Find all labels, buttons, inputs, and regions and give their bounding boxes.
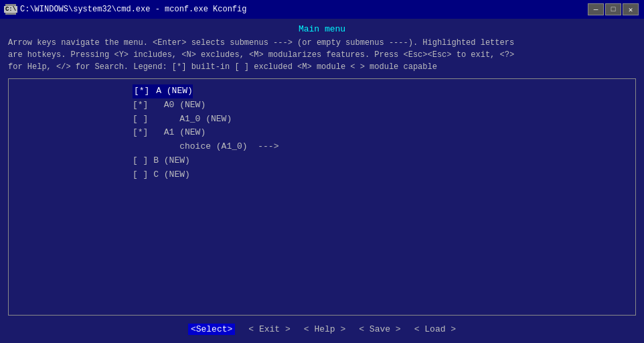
title-bar: C:\ C:\WINDOWS\system32\cmd.exe - mconf.…: [0, 0, 644, 19]
item-label: B (NEW): [148, 154, 189, 168]
help-line-1: Arrow keys navigate the menu. <Enter> se…: [8, 37, 636, 49]
help-line-2: are hotkeys. Pressing <Y> includes, <N> …: [8, 49, 636, 61]
list-item[interactable]: [ ] B (NEW): [9, 154, 635, 168]
list-item[interactable]: [*] A0 (NEW): [9, 98, 635, 113]
list-item[interactable]: choice (A1_0) --->: [9, 140, 635, 154]
load-button[interactable]: < Load >: [414, 324, 456, 334]
item-label: A0 (NEW): [148, 98, 206, 113]
item-bracket: [*]: [133, 98, 148, 113]
help-text: Arrow keys navigate the menu. <Enter> se…: [8, 37, 636, 73]
item-bracket: [*]: [133, 126, 148, 140]
app-icon: C:\: [5, 4, 16, 15]
bottom-bar: <Select> < Exit > < Help > < Save > < Lo…: [8, 321, 636, 338]
exit-button[interactable]: < Exit >: [248, 324, 290, 334]
title-bar-left: C:\ C:\WINDOWS\system32\cmd.exe - mconf.…: [5, 4, 246, 15]
list-item[interactable]: [ ] A1_0 (NEW): [9, 113, 635, 127]
close-button[interactable]: ✕: [623, 3, 639, 15]
save-button[interactable]: < Save >: [359, 324, 400, 334]
menu-title: Main menu: [8, 24, 636, 34]
item-bracket: [ ]: [133, 168, 148, 182]
help-button[interactable]: < Help >: [304, 324, 345, 334]
save-label: Save: [370, 324, 396, 334]
item-label: A (NEW): [151, 84, 192, 98]
minimize-button[interactable]: —: [588, 3, 604, 15]
content-box: [*] A (NEW) [*] A0 (NEW) [ ] A1_0 (NEW) …: [8, 78, 636, 316]
load-label: Load: [424, 324, 451, 334]
item-bracket: [133, 140, 148, 154]
item-bracket: [ ]: [133, 113, 148, 127]
select-button[interactable]: <Select>: [188, 324, 235, 335]
item-label: C (NEW): [148, 168, 189, 182]
list-item[interactable]: [*] A (NEW): [9, 84, 635, 98]
help-label: Help: [314, 324, 340, 334]
exit-label: Exit: [259, 324, 285, 334]
list-item[interactable]: [ ] C (NEW): [9, 168, 635, 182]
window-controls[interactable]: — □ ✕: [588, 3, 639, 15]
select-label: <Select>: [191, 324, 232, 334]
list-item[interactable]: [*] A1 (NEW): [9, 126, 635, 140]
item-bracket: [ ]: [133, 154, 148, 168]
app-body: Main menu Arrow keys navigate the menu. …: [0, 19, 644, 343]
help-line-3: for Help, </> for Search. Legend: [*] bu…: [8, 61, 636, 73]
window-title: C:\WINDOWS\system32\cmd.exe - mconf.exe …: [20, 5, 246, 14]
maximize-button[interactable]: □: [605, 3, 621, 15]
menu-items-list: [*] A (NEW) [*] A0 (NEW) [ ] A1_0 (NEW) …: [9, 84, 635, 182]
item-bracket: [*]: [133, 84, 151, 98]
item-label: A1 (NEW): [148, 126, 206, 140]
item-label: choice (A1_0) --->: [148, 140, 278, 154]
item-label: A1_0 (NEW): [148, 113, 232, 127]
